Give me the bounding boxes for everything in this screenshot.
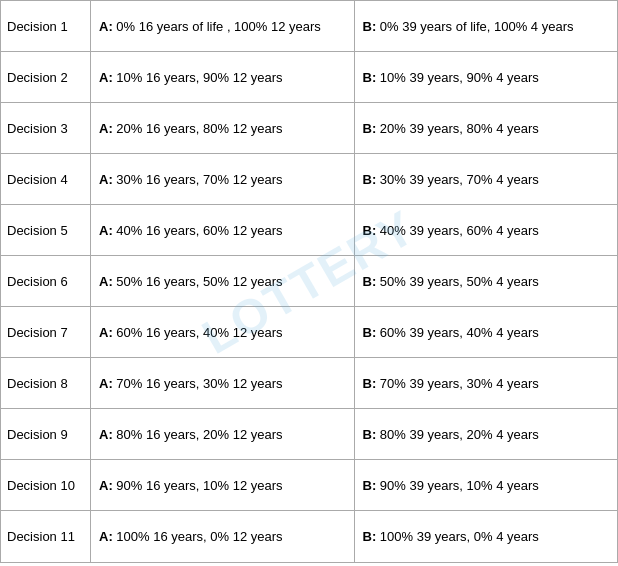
option-a-text: A: 100% 16 years, 0% 12 years xyxy=(99,529,283,544)
option-a-cell: A: 80% 16 years, 20% 12 years xyxy=(91,409,355,459)
option-b-text: B: 50% 39 years, 50% 4 years xyxy=(363,274,539,289)
option-a-text: A: 30% 16 years, 70% 12 years xyxy=(99,172,283,187)
option-a-cell: A: 50% 16 years, 50% 12 years xyxy=(91,256,355,306)
option-b-cell: B: 90% 39 years, 10% 4 years xyxy=(355,460,618,510)
decisions-table: LOTTERY Decision 1A: 0% 16 years of life… xyxy=(0,0,618,563)
option-a-text: A: 70% 16 years, 30% 12 years xyxy=(99,376,283,391)
option-a-text: A: 90% 16 years, 10% 12 years xyxy=(99,478,283,493)
option-b-cell: B: 100% 39 years, 0% 4 years xyxy=(355,511,618,562)
decision-label: Decision 7 xyxy=(1,307,91,357)
table-row: Decision 9A: 80% 16 years, 20% 12 yearsB… xyxy=(1,409,617,460)
option-b-text: B: 0% 39 years of life, 100% 4 years xyxy=(363,19,574,34)
option-b-text: B: 30% 39 years, 70% 4 years xyxy=(363,172,539,187)
decision-label: Decision 10 xyxy=(1,460,91,510)
option-a-cell: A: 20% 16 years, 80% 12 years xyxy=(91,103,355,153)
option-a-text: A: 60% 16 years, 40% 12 years xyxy=(99,325,283,340)
table-row: Decision 5A: 40% 16 years, 60% 12 yearsB… xyxy=(1,205,617,256)
option-b-cell: B: 20% 39 years, 80% 4 years xyxy=(355,103,618,153)
table-row: Decision 8A: 70% 16 years, 30% 12 yearsB… xyxy=(1,358,617,409)
option-a-text: A: 40% 16 years, 60% 12 years xyxy=(99,223,283,238)
option-b-cell: B: 10% 39 years, 90% 4 years xyxy=(355,52,618,102)
table-row: Decision 10A: 90% 16 years, 10% 12 years… xyxy=(1,460,617,511)
decision-label: Decision 9 xyxy=(1,409,91,459)
option-a-cell: A: 70% 16 years, 30% 12 years xyxy=(91,358,355,408)
option-a-cell: A: 90% 16 years, 10% 12 years xyxy=(91,460,355,510)
option-b-cell: B: 70% 39 years, 30% 4 years xyxy=(355,358,618,408)
option-a-text: A: 80% 16 years, 20% 12 years xyxy=(99,427,283,442)
option-b-cell: B: 30% 39 years, 70% 4 years xyxy=(355,154,618,204)
option-b-text: B: 80% 39 years, 20% 4 years xyxy=(363,427,539,442)
decision-label: Decision 1 xyxy=(1,1,91,51)
option-b-cell: B: 80% 39 years, 20% 4 years xyxy=(355,409,618,459)
option-b-cell: B: 50% 39 years, 50% 4 years xyxy=(355,256,618,306)
table-row: Decision 2A: 10% 16 years, 90% 12 yearsB… xyxy=(1,52,617,103)
option-b-cell: B: 0% 39 years of life, 100% 4 years xyxy=(355,1,618,51)
decision-label: Decision 11 xyxy=(1,511,91,562)
option-b-text: B: 10% 39 years, 90% 4 years xyxy=(363,70,539,85)
option-a-cell: A: 30% 16 years, 70% 12 years xyxy=(91,154,355,204)
table-row: Decision 3A: 20% 16 years, 80% 12 yearsB… xyxy=(1,103,617,154)
option-a-cell: A: 60% 16 years, 40% 12 years xyxy=(91,307,355,357)
option-b-cell: B: 40% 39 years, 60% 4 years xyxy=(355,205,618,255)
option-a-text: A: 50% 16 years, 50% 12 years xyxy=(99,274,283,289)
option-b-text: B: 90% 39 years, 10% 4 years xyxy=(363,478,539,493)
option-b-text: B: 20% 39 years, 80% 4 years xyxy=(363,121,539,136)
option-b-text: B: 100% 39 years, 0% 4 years xyxy=(363,529,539,544)
option-a-cell: A: 10% 16 years, 90% 12 years xyxy=(91,52,355,102)
decision-label: Decision 2 xyxy=(1,52,91,102)
table-row: Decision 6A: 50% 16 years, 50% 12 yearsB… xyxy=(1,256,617,307)
table-row: Decision 1A: 0% 16 years of life , 100% … xyxy=(1,1,617,52)
option-a-text: A: 10% 16 years, 90% 12 years xyxy=(99,70,283,85)
decision-label: Decision 3 xyxy=(1,103,91,153)
table-row: Decision 11A: 100% 16 years, 0% 12 years… xyxy=(1,511,617,562)
option-a-text: A: 20% 16 years, 80% 12 years xyxy=(99,121,283,136)
decision-label: Decision 8 xyxy=(1,358,91,408)
decision-label: Decision 6 xyxy=(1,256,91,306)
decision-label: Decision 4 xyxy=(1,154,91,204)
table-row: Decision 7A: 60% 16 years, 40% 12 yearsB… xyxy=(1,307,617,358)
option-a-cell: A: 0% 16 years of life , 100% 12 years xyxy=(91,1,355,51)
table-row: Decision 4A: 30% 16 years, 70% 12 yearsB… xyxy=(1,154,617,205)
option-b-cell: B: 60% 39 years, 40% 4 years xyxy=(355,307,618,357)
option-a-cell: A: 100% 16 years, 0% 12 years xyxy=(91,511,355,562)
option-b-text: B: 40% 39 years, 60% 4 years xyxy=(363,223,539,238)
option-b-text: B: 60% 39 years, 40% 4 years xyxy=(363,325,539,340)
decision-label: Decision 5 xyxy=(1,205,91,255)
option-a-cell: A: 40% 16 years, 60% 12 years xyxy=(91,205,355,255)
option-a-text: A: 0% 16 years of life , 100% 12 years xyxy=(99,19,321,34)
option-b-text: B: 70% 39 years, 30% 4 years xyxy=(363,376,539,391)
